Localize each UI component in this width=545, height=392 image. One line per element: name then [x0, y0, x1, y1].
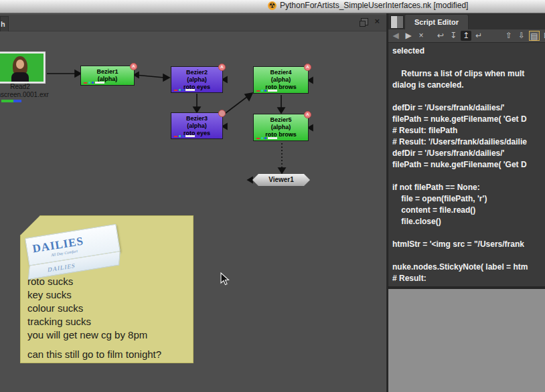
channel-indicators	[256, 90, 277, 92]
sticky-note-line: key sucks	[27, 288, 147, 302]
script-editor-panel: Script Editor ◀ ▶ × ↩ ↧ ↥ ↵ ⇧ ⇩ ▤ ⊠ sele…	[388, 13, 545, 392]
script-output-line	[392, 250, 545, 262]
script-editor-toolbar: ◀ ▶ × ↩ ↧ ↥ ↵ ⇧ ⇩ ▤ ⊠	[388, 29, 545, 43]
script-output-line: content = file.read()	[392, 205, 545, 216]
sticky-note-line: colour sucks	[27, 302, 147, 315]
clear-history-icon[interactable]: ×	[416, 31, 426, 41]
window-title: PythonForArtists_SimpleUserInterfaces.nk…	[280, 1, 468, 10]
show-output-only-icon[interactable]: ⇩	[516, 31, 527, 41]
save-script-icon[interactable]: ↥	[461, 31, 471, 41]
script-output-line: dialog is canceled.	[392, 80, 545, 91]
script-output-line: nuke.nodes.StickyNote( label = htm	[392, 262, 545, 273]
script-output-pane[interactable]: selected Returns a list of clips when mu…	[388, 43, 545, 286]
run-script-icon[interactable]: ↵	[473, 31, 484, 41]
script-output-line: defDir = '/Users/frank/dailies/'	[392, 102, 545, 114]
nuke-app-icon: ☢	[268, 1, 277, 10]
read2-thumbnail-greenscreen	[0, 54, 44, 82]
alpha-badge: A	[304, 64, 311, 71]
dailies-box-image: DAILIES All Day Comfort DAILIES	[25, 224, 123, 280]
sticky-note-line: you will get new cg by 8pm	[27, 328, 147, 342]
alpha-badge: A	[130, 63, 137, 70]
sticky-note-line: roto sucks	[27, 275, 147, 288]
node-bezier5[interactable]: Bezier5 (alpha) roto brows A	[253, 114, 309, 141]
node-bezier4[interactable]: Bezier4 (alpha) roto brows A	[253, 66, 309, 94]
script-input-pane[interactable]	[388, 289, 545, 392]
read2-filename: enscreen.0001.exr	[0, 91, 54, 98]
node-graph-header: h ×	[0, 15, 386, 31]
next-script-icon[interactable]: ▶	[403, 31, 414, 41]
channel-indicators	[174, 135, 195, 137]
script-output-line: # Result: '/Users/frank/dailies/dailie	[392, 136, 545, 148]
connector-dot	[218, 110, 226, 117]
script-output-line	[392, 91, 545, 102]
node-graph-panel[interactable]: h ×	[0, 13, 388, 392]
script-output-line	[392, 171, 545, 182]
sticky-note[interactable]: DAILIES All Day Comfort DAILIES roto suc…	[20, 215, 193, 363]
title-bar[interactable]: ☢ PythonForArtists_SimpleUserInterfaces.…	[0, 0, 545, 13]
node-read2[interactable]	[0, 52, 46, 84]
previous-script-icon[interactable]: ◀	[390, 31, 401, 41]
alpha-badge: A	[304, 111, 311, 118]
script-output-line: defDir = '/Users/frank/dailies/'	[392, 148, 545, 159]
channel-indicators	[256, 137, 277, 139]
sticky-note-question: can this still go to film tonight?	[27, 349, 161, 360]
pane-menu-button[interactable]	[390, 15, 404, 29]
node-viewer1[interactable]: Viewer1	[252, 174, 310, 186]
sticky-note-text: roto suckskey suckscolour suckstracking …	[27, 275, 147, 342]
script-output-line: selected	[392, 45, 545, 57]
nuke-window: ☢ PythonForArtists_SimpleUserInterfaces.…	[0, 0, 545, 392]
script-output-line: htmlStr = '<img src = "/Users/frank	[392, 239, 545, 250]
script-output-line: # Result: filePath	[392, 125, 545, 136]
show-both-icon[interactable]: ▤	[529, 31, 540, 41]
node-bezier3[interactable]: Bezier3 (alpha) roto eyes	[171, 112, 223, 139]
clear-output-icon[interactable]: ⊠	[542, 31, 545, 41]
script-output-line: file.close()	[392, 216, 545, 227]
channel-indicators	[84, 82, 104, 84]
script-output-line: # Result:	[392, 273, 545, 284]
source-script-icon[interactable]: ↩	[435, 31, 446, 41]
close-panel-icon[interactable]: ×	[374, 17, 380, 25]
float-panel-icon[interactable]	[361, 18, 368, 25]
node-bezier2[interactable]: Bezier2 (alpha) roto eyes A	[171, 66, 223, 93]
script-output-line	[392, 57, 545, 68]
node-bezier1[interactable]: Bezier1 (alpha) A	[80, 66, 135, 86]
alpha-badge: A	[218, 64, 226, 71]
script-output-line: Returns a list of clips when mult	[392, 68, 545, 80]
script-output-line: filePath = nuke.getFilename( 'Get D	[392, 159, 545, 171]
tab-node-graph-partial[interactable]: h	[0, 16, 9, 31]
read2-label: Read2	[0, 83, 46, 90]
load-script-icon[interactable]: ↧	[448, 31, 459, 41]
tab-script-editor[interactable]: Script Editor	[404, 14, 469, 29]
script-output-line: file = open(filePath, 'r')	[392, 193, 545, 205]
script-output-line	[392, 227, 545, 239]
script-editor-tabbar: Script Editor	[388, 13, 545, 29]
script-output-line: filePath = nuke.getFilename( 'Get D	[392, 114, 545, 125]
show-input-only-icon[interactable]: ⇧	[503, 31, 514, 41]
script-output-line: if not filePath == None:	[392, 182, 545, 193]
read2-channel-bars	[1, 100, 21, 102]
channel-indicators	[174, 89, 195, 91]
mouse-cursor	[220, 272, 230, 286]
sticky-note-line: tracking sucks	[27, 315, 147, 328]
